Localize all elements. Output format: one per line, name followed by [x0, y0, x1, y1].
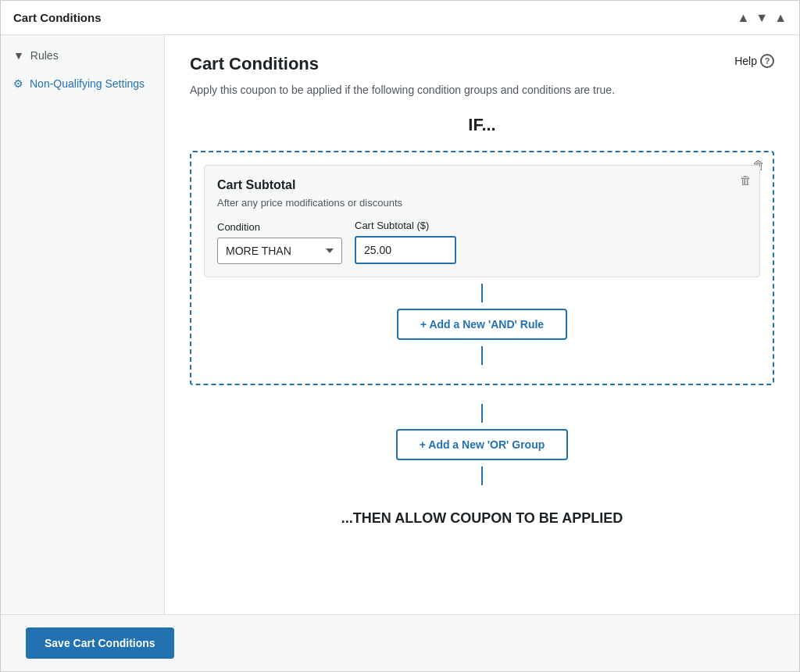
title-bar: Cart Conditions ▲ ▼ ▲	[1, 1, 799, 35]
or-bottom-connector	[190, 466, 774, 485]
add-and-button[interactable]: + Add a New 'AND' Rule	[397, 309, 567, 340]
content-area: Cart Conditions Help ? Apply this coupon…	[165, 35, 799, 614]
rule-subtitle: After any price modifications or discoun…	[217, 197, 747, 209]
sidebar-rules-label: Rules	[30, 49, 59, 62]
rule-title: Cart Subtotal	[217, 178, 747, 192]
then-label: ...THEN ALLOW COUPON TO BE APPLIED	[190, 510, 774, 527]
sidebar-item-non-qualifying[interactable]: ⚙ Non-Qualifying Settings	[1, 70, 164, 98]
add-or-group-button[interactable]: + Add a New 'OR' Group	[396, 429, 569, 460]
sidebar-item-rules[interactable]: ▼ Rules	[1, 41, 164, 70]
and-connector	[204, 284, 760, 302]
or-line	[481, 404, 483, 423]
and-rule-card: 🗑 Cart Subtotal After any price modifica…	[204, 165, 760, 277]
title-bar-controls: ▲ ▼ ▲	[737, 11, 787, 25]
sidebar: ▼ Rules ⚙ Non-Qualifying Settings	[1, 35, 165, 614]
or-bottom-line	[481, 466, 483, 485]
value-field-group: Cart Subtotal ($)	[355, 220, 456, 264]
nav-up-icon[interactable]: ▲	[737, 11, 749, 25]
page-title: Cart Conditions	[190, 54, 319, 74]
rule-fields: Condition MORE THAN LESS THAN EQUAL TO A…	[217, 220, 747, 264]
if-label: IF...	[190, 115, 774, 135]
app-window: Cart Conditions ▲ ▼ ▲ ▼ Rules ⚙ Non-Qual…	[0, 0, 800, 672]
and-bottom-line	[481, 346, 483, 365]
gear-icon: ⚙	[13, 77, 23, 90]
or-connector	[190, 404, 774, 423]
nav-down-icon[interactable]: ▼	[755, 11, 768, 25]
filter-icon: ▼	[13, 49, 24, 62]
subtitle-text: Apply this coupon to be applied if the f…	[190, 84, 774, 96]
title-bar-title: Cart Conditions	[13, 11, 102, 24]
help-label: Help	[734, 55, 757, 67]
and-bottom-connector	[204, 346, 760, 365]
or-group-container: 🗑 🗑 Cart Subtotal After any price modifi…	[190, 151, 774, 385]
sidebar-nq-label: Non-Qualifying Settings	[30, 77, 145, 90]
content-header: Cart Conditions Help ?	[190, 54, 774, 74]
main-layout: ▼ Rules ⚙ Non-Qualifying Settings Cart C…	[1, 35, 799, 614]
help-icon: ?	[760, 54, 774, 68]
condition-field-group: Condition MORE THAN LESS THAN EQUAL TO A…	[217, 221, 342, 264]
condition-label: Condition	[217, 221, 342, 233]
and-line	[481, 284, 483, 302]
cart-subtotal-input[interactable]	[355, 236, 456, 264]
delete-rule-icon[interactable]: 🗑	[740, 173, 752, 187]
nav-collapse-icon[interactable]: ▲	[774, 11, 787, 25]
condition-select[interactable]: MORE THAN LESS THAN EQUAL TO AT LEAST AT…	[217, 238, 342, 264]
cart-subtotal-label: Cart Subtotal ($)	[355, 220, 456, 231]
footer: Save Cart Conditions	[1, 614, 799, 671]
save-cart-conditions-button[interactable]: Save Cart Conditions	[26, 627, 174, 659]
help-link[interactable]: Help ?	[734, 54, 774, 68]
